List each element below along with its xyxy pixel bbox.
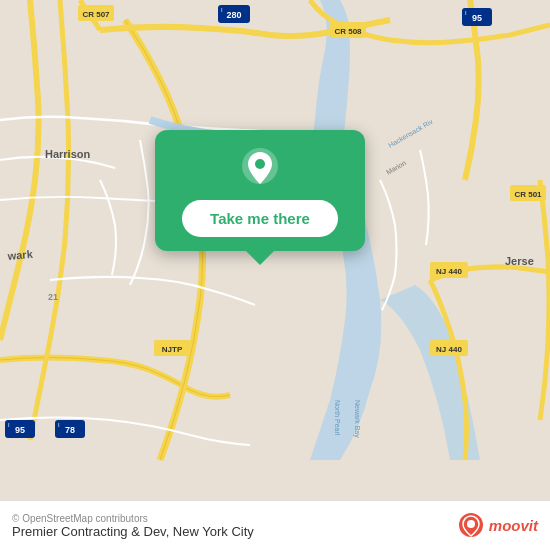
svg-text:CR 508: CR 508 bbox=[334, 27, 362, 36]
take-me-there-button[interactable]: Take me there bbox=[182, 200, 338, 237]
svg-text:wark: wark bbox=[6, 248, 34, 262]
svg-text:95: 95 bbox=[472, 13, 482, 23]
moovit-icon bbox=[457, 512, 485, 540]
svg-text:95: 95 bbox=[15, 425, 25, 435]
svg-text:78: 78 bbox=[65, 425, 75, 435]
popup-card: Take me there bbox=[155, 130, 365, 251]
svg-text:Newark Bay: Newark Bay bbox=[353, 400, 361, 438]
svg-text:CR 501: CR 501 bbox=[514, 190, 542, 199]
moovit-logo: moovit bbox=[457, 512, 538, 540]
moovit-brand-text: moovit bbox=[489, 517, 538, 534]
svg-text:NJTP: NJTP bbox=[162, 345, 183, 354]
place-name: Premier Contracting & Dev, New York City bbox=[12, 524, 254, 539]
location-pin-icon bbox=[238, 146, 282, 190]
svg-text:NJ 440: NJ 440 bbox=[436, 345, 462, 354]
svg-text:280: 280 bbox=[226, 10, 241, 20]
map-attribution: © OpenStreetMap contributors bbox=[12, 513, 254, 524]
svg-text:North Pearl: North Pearl bbox=[334, 400, 341, 436]
svg-text:21: 21 bbox=[48, 292, 58, 302]
map-container: 95 I 78 I 95 I 280 I CR 507 CR 508 CR 50… bbox=[0, 0, 550, 500]
svg-text:Harrison: Harrison bbox=[45, 148, 91, 160]
footer-bar: © OpenStreetMap contributors Premier Con… bbox=[0, 500, 550, 550]
svg-text:CR 507: CR 507 bbox=[82, 10, 110, 19]
svg-text:Jerse: Jerse bbox=[505, 255, 534, 267]
footer-left: © OpenStreetMap contributors Premier Con… bbox=[12, 513, 254, 539]
svg-point-37 bbox=[467, 520, 475, 528]
svg-text:NJ 440: NJ 440 bbox=[436, 267, 462, 276]
svg-point-35 bbox=[255, 159, 265, 169]
